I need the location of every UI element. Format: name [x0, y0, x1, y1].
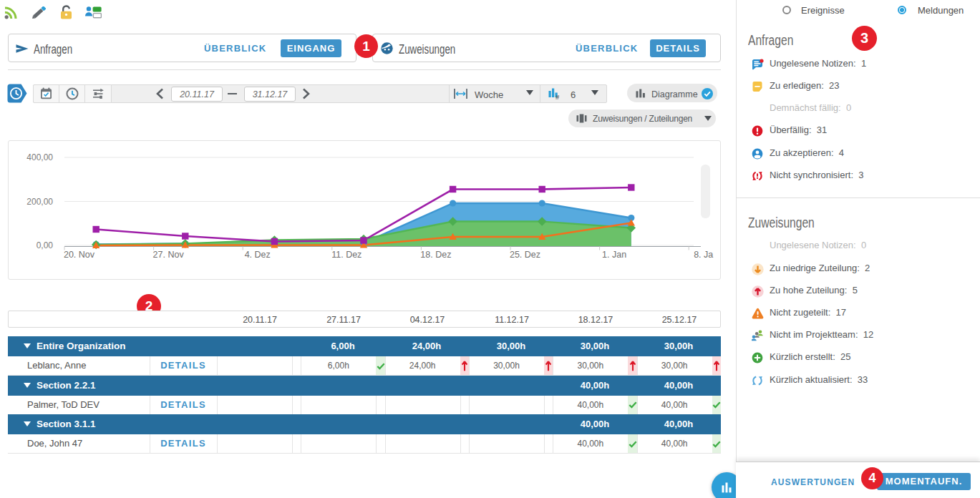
svg-text:4. Dez: 4. Dez — [245, 250, 271, 260]
svg-text:8. Ja: 8. Ja — [694, 250, 713, 260]
svg-text:1. Jan: 1. Jan — [602, 250, 626, 260]
svg-text:0,00: 0,00 — [37, 240, 54, 250]
svg-text:20. Nov: 20. Nov — [64, 250, 95, 260]
svg-text:18. Dez: 18. Dez — [420, 250, 451, 260]
svg-text:27. Nov: 27. Nov — [153, 250, 185, 260]
svg-text:#: # — [556, 93, 560, 100]
svg-text:400,00: 400,00 — [26, 152, 53, 162]
svg-text:200,00: 200,00 — [26, 197, 53, 207]
svg-text:25. Dez: 25. Dez — [510, 250, 540, 260]
svg-text:11. Dez: 11. Dez — [331, 250, 362, 260]
